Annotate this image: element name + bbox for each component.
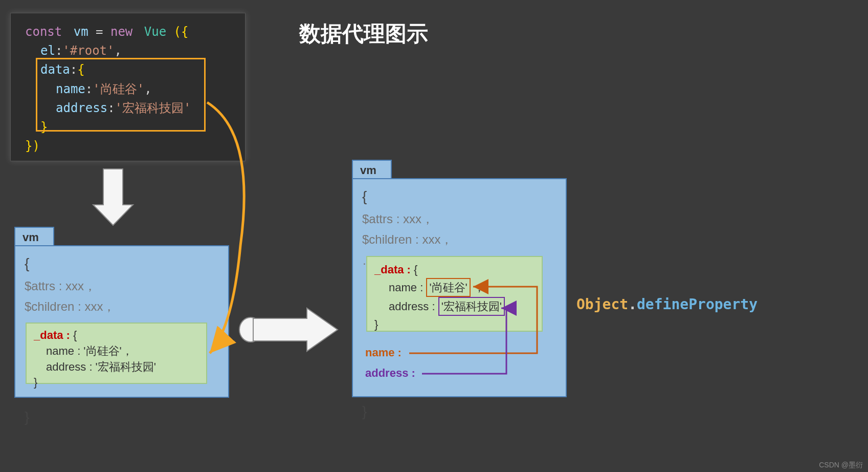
brace-open-left: { (25, 251, 219, 276)
data-box-right: _data : { name : '尚硅谷' ， address : '宏福科技… (366, 256, 543, 332)
brace-close: }) (25, 139, 40, 153)
data-close-left: } (34, 375, 199, 391)
down-arrow-icon (93, 169, 133, 225)
data-name-val-right: '尚硅谷' (426, 278, 470, 297)
dot-text: . (628, 296, 637, 313)
var-vm: vm (74, 25, 88, 39)
data-addr-key-right: address : (389, 300, 435, 313)
brace-open: ({ (174, 25, 189, 39)
diagram-title: 数据代理图示 (299, 19, 428, 48)
vm-children-right: $children : xxx， (362, 229, 557, 250)
object-text: Object (576, 296, 628, 313)
watermark: CSDN @墨衍 (819, 461, 863, 470)
keyword-const: const (25, 25, 62, 39)
brace-open-right: { (362, 184, 557, 209)
data-addr-line-left: address : '宏福科技园' (34, 359, 199, 375)
vm-attrs-right: $attrs : xxx， (362, 209, 557, 230)
data-label-right: _data : (374, 263, 414, 276)
data-addr-val-right: '宏福科技园' (438, 297, 505, 316)
data-label-left: _data : (34, 329, 73, 341)
data-highlight-box (36, 58, 206, 132)
brace-close-right: } (362, 399, 557, 424)
data-name-line-left: name : '尚硅谷'， (34, 344, 199, 359)
data-box-left: _data : { name : '尚硅谷'， address : '宏福科技园… (26, 323, 207, 384)
brace-close-left: } (25, 405, 219, 430)
op-eq: = (96, 25, 110, 39)
vm-children-left: $children : xxx， (25, 296, 219, 317)
prop-el: el (40, 44, 55, 58)
vm-right-tab: vm (352, 160, 392, 179)
right-arrow-icon (239, 308, 338, 351)
keyword-new: new (110, 25, 132, 39)
proxy-name-label: name : (365, 346, 402, 359)
data-close-right: } (374, 316, 535, 333)
val-el: '#root' (62, 44, 114, 58)
vm-left-tab: vm (14, 227, 54, 246)
define-property-label: Object.defineProperty (576, 296, 758, 313)
defineproperty-text: defineProperty (637, 296, 758, 313)
vm-attrs-left: $attrs : xxx， (25, 276, 219, 297)
class-vue: Vue (144, 25, 166, 39)
data-name-key-right: name : (389, 281, 423, 294)
proxy-address-label: address : (365, 367, 415, 380)
svg-point-0 (239, 317, 262, 342)
